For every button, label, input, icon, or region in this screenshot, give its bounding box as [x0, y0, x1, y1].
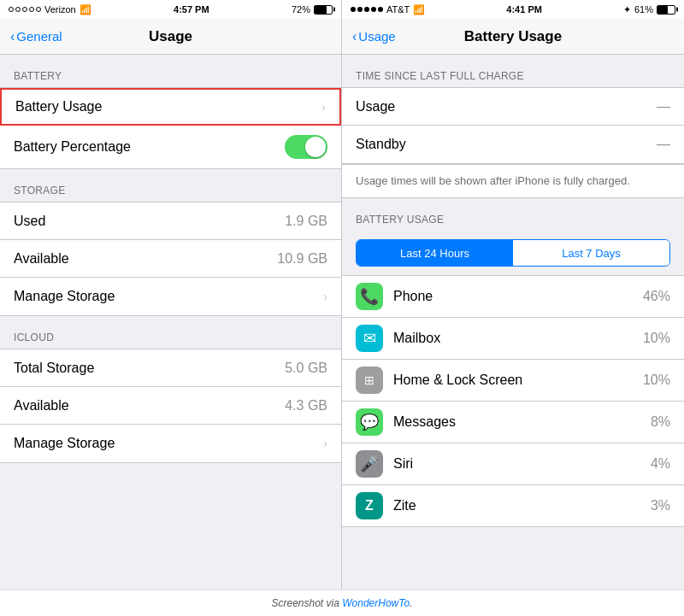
- right-status-left: AT&T 📶: [351, 4, 425, 15]
- right-back-label: Usage: [358, 29, 395, 44]
- carrier-label: Verizon: [44, 4, 76, 15]
- signal-dot-2: [15, 7, 21, 12]
- icloud-available-label: Available: [14, 398, 69, 414]
- right-battery-percent: 61%: [634, 4, 653, 15]
- battery-usage-header: BATTERY USAGE: [342, 198, 684, 231]
- battery-icon-left: [314, 5, 333, 15]
- usage-time-label: Usage: [356, 99, 395, 114]
- r-dot-3: [364, 7, 369, 12]
- homescreen-app-percent: 10%: [643, 373, 670, 388]
- icloud-manage-storage-chevron: ›: [323, 437, 327, 450]
- r-dot-5: [378, 7, 383, 12]
- mailbox-app-name: Mailbox: [393, 331, 643, 346]
- right-time: 4:41 PM: [506, 4, 542, 15]
- left-content: BATTERY Battery Usage › Battery Percenta…: [0, 55, 341, 590]
- app-item-phone[interactable]: 📞 Phone 46%: [342, 276, 684, 318]
- battery-percentage-item: Battery Percentage: [0, 126, 341, 168]
- right-nav-title: Battery Usage: [464, 28, 562, 45]
- icloud-manage-chevron-icon: ›: [323, 437, 327, 450]
- app-item-homescreen[interactable]: ⊞ Home & Lock Screen 10%: [342, 360, 684, 402]
- wifi-icon: 📶: [80, 4, 91, 15]
- icloud-total-value: 5.0 GB: [285, 361, 327, 376]
- segment-24h[interactable]: Last 24 Hours: [357, 240, 513, 266]
- back-chevron-icon: ‹: [10, 30, 15, 44]
- phone-app-percent: 46%: [643, 289, 670, 304]
- icloud-list-group: Total Storage 5.0 GB Available 4.3 GB Ma…: [0, 349, 341, 463]
- bluetooth-icon: ✦: [623, 4, 631, 15]
- app-item-messages[interactable]: 💬 Messages 8%: [342, 402, 684, 443]
- icloud-total-item: Total Storage 5.0 GB: [0, 349, 341, 387]
- zite-app-icon: Z: [356, 492, 383, 519]
- segment-7days[interactable]: Last 7 Days: [513, 240, 669, 266]
- left-screen: Verizon 📶 4:57 PM 72% ‹ General Usage BA…: [0, 0, 342, 590]
- time-since-header: TIME SINCE LAST FULL CHARGE: [342, 55, 684, 87]
- info-text: Usage times will be shown after iPhone i…: [356, 174, 630, 187]
- battery-usage-chevron: ›: [321, 100, 326, 114]
- right-screen: AT&T 📶 4:41 PM ✦ 61% ‹ Usage Battery Usa…: [342, 0, 684, 590]
- signal-dot-4: [29, 7, 34, 12]
- battery-percent-left: 72%: [292, 4, 310, 15]
- storage-used-value: 1.9 GB: [285, 214, 327, 229]
- storage-available-item: Available 10.9 GB: [0, 240, 341, 278]
- signal-dot-5: [36, 7, 41, 12]
- usage-time-item: Usage —: [342, 88, 684, 126]
- battery-fill-left: [315, 6, 327, 14]
- battery-percentage-label: Battery Percentage: [14, 139, 131, 155]
- mailbox-app-icon: ✉: [356, 325, 383, 352]
- info-box: Usage times will be shown after iPhone i…: [342, 164, 684, 198]
- usage-time-value: —: [657, 99, 670, 114]
- siri-app-name: Siri: [393, 456, 651, 472]
- battery-percentage-toggle[interactable]: [285, 135, 327, 159]
- app-item-zite[interactable]: Z Zite 3%: [342, 485, 684, 526]
- footer-period: .: [410, 597, 412, 609]
- left-status-left: Verizon 📶: [9, 4, 91, 15]
- time-since-group: Usage — Standby —: [342, 87, 684, 164]
- messages-app-percent: 8%: [651, 414, 670, 430]
- left-back-button[interactable]: ‹ General: [10, 29, 62, 44]
- left-nav-title: Usage: [149, 28, 192, 45]
- right-status-right: ✦ 61%: [623, 4, 675, 15]
- back-label: General: [16, 29, 62, 44]
- right-status-bar: AT&T 📶 4:41 PM ✦ 61%: [342, 0, 684, 19]
- segment-7days-label: Last 7 Days: [562, 247, 621, 260]
- siri-app-percent: 4%: [651, 456, 670, 472]
- messages-app-name: Messages: [393, 414, 651, 430]
- icloud-manage-storage-item[interactable]: Manage Storage ›: [0, 425, 341, 462]
- signal-dot-1: [9, 7, 14, 12]
- right-wifi-icon: 📶: [413, 4, 425, 15]
- standby-time-item: Standby —: [342, 126, 684, 163]
- manage-storage-chevron-icon: ›: [323, 290, 327, 303]
- storage-used-label: Used: [14, 214, 45, 229]
- homescreen-app-name: Home & Lock Screen: [393, 373, 643, 388]
- siri-app-icon: 🎤: [356, 450, 383, 478]
- right-back-button[interactable]: ‹ Usage: [352, 29, 396, 44]
- manage-storage-item[interactable]: Manage Storage ›: [0, 278, 341, 315]
- chevron-right-icon: ›: [321, 100, 326, 114]
- right-content: TIME SINCE LAST FULL CHARGE Usage — Stan…: [342, 55, 684, 590]
- battery-fill-right: [657, 6, 668, 14]
- r-dot-4: [371, 7, 376, 12]
- manage-storage-label: Manage Storage: [14, 289, 115, 304]
- storage-available-label: Available: [14, 251, 69, 267]
- toggle-thumb: [305, 137, 326, 157]
- icloud-available-item: Available 4.3 GB: [0, 387, 341, 425]
- footer: Screenshot via WonderHowTo.: [0, 590, 684, 616]
- right-back-chevron-icon: ‹: [352, 30, 357, 44]
- messages-app-icon: 💬: [356, 408, 383, 436]
- footer-link[interactable]: WonderHowTo: [342, 597, 410, 609]
- manage-storage-chevron: ›: [323, 290, 327, 303]
- left-status-right: 72%: [292, 4, 333, 15]
- app-item-siri[interactable]: 🎤 Siri 4%: [342, 443, 684, 485]
- icloud-section-header: ICLOUD: [0, 316, 341, 349]
- right-signal-dots: [351, 7, 383, 12]
- app-item-mailbox[interactable]: ✉ Mailbox 10%: [342, 318, 684, 360]
- left-status-bar: Verizon 📶 4:57 PM 72%: [0, 0, 341, 19]
- homescreen-app-icon: ⊞: [356, 367, 383, 394]
- storage-used-item: Used 1.9 GB: [0, 202, 341, 240]
- segmented-control[interactable]: Last 24 Hours Last 7 Days: [356, 239, 670, 267]
- battery-usage-label: Battery Usage: [15, 99, 102, 114]
- phone-app-icon: 📞: [356, 283, 383, 310]
- icloud-manage-storage-label: Manage Storage: [14, 436, 115, 451]
- battery-usage-item[interactable]: Battery Usage ›: [0, 88, 341, 126]
- phone-app-name: Phone: [393, 289, 643, 304]
